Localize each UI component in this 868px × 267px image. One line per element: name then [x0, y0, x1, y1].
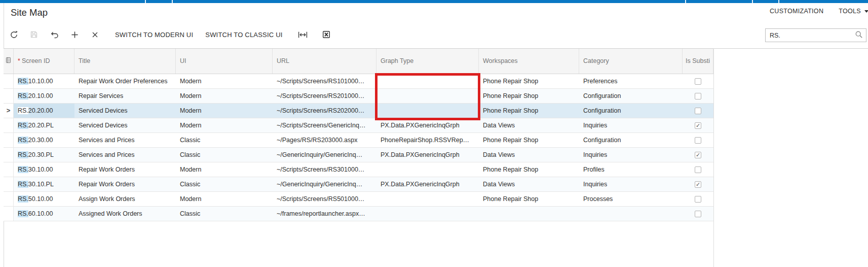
fit-width-button[interactable] [295, 26, 311, 43]
column-header-graph-type[interactable]: Graph Type [376, 49, 479, 74]
cell-title[interactable]: Repair Work Order Preferences [74, 74, 176, 88]
table-row[interactable]: RS.10.10.00 Repair Work Order Preference… [4, 74, 713, 89]
cell-url[interactable]: ~/Scripts/Screens/RS301000… [273, 162, 376, 177]
cell-screen-id[interactable]: RS.30.10.00 [14, 162, 74, 177]
checkbox[interactable] [695, 108, 701, 114]
cell-category[interactable]: Processes [579, 192, 683, 206]
cell-is-substituted[interactable] [683, 104, 713, 118]
checkbox[interactable] [695, 196, 701, 203]
cell-workspaces[interactable]: Data Views [479, 148, 579, 162]
cell-screen-id[interactable]: RS.20.20.00 [14, 104, 74, 118]
column-header-category[interactable]: Category [579, 49, 683, 74]
cell-title[interactable]: Assign Work Orders [74, 192, 176, 206]
cell-url[interactable]: ~/Scripts/Screens/RS202000… [273, 104, 376, 118]
cell-is-substituted[interactable] [683, 89, 713, 103]
cell-is-substituted[interactable] [683, 207, 713, 221]
cell-url[interactable]: ~/Scripts/Screens/RS501000… [273, 192, 376, 206]
cell-title[interactable]: Services and Prices [74, 133, 176, 147]
cell-is-substituted[interactable] [683, 192, 713, 206]
table-row[interactable]: RS.60.10.00 Assigned Work Orders Classic… [4, 207, 713, 221]
cell-url[interactable]: ~/Pages/RS/RS203000.aspx [273, 133, 376, 147]
cell-category[interactable]: Configuration [579, 133, 683, 147]
cell-is-substituted[interactable] [683, 74, 713, 88]
cell-ui[interactable]: Classic [176, 148, 273, 162]
cell-graph-type[interactable]: PhoneRepairShop.RSSVRep… [376, 133, 479, 147]
column-header-is-substituted[interactable]: Is Substi [683, 49, 713, 74]
cell-workspaces[interactable]: Phone Repair Shop [479, 162, 579, 177]
cell-workspaces[interactable] [479, 207, 579, 221]
cell-category[interactable]: Profiles [579, 162, 683, 177]
cell-screen-id[interactable]: RS.50.10.00 [14, 192, 74, 206]
checkbox[interactable] [695, 93, 701, 99]
switch-to-modern-ui-button[interactable]: SWITCH TO MODERN UI [115, 31, 193, 39]
cell-url[interactable]: ~/Scripts/Screens/GenericInq… [273, 118, 376, 132]
cell-graph-type[interactable] [376, 89, 479, 103]
cell-url[interactable]: ~/Scripts/Screens/RS201000… [273, 89, 376, 103]
table-row[interactable]: RS.20.30.PL Services and Prices Classic … [4, 148, 713, 162]
cell-category[interactable]: Configuration [579, 89, 683, 103]
table-row[interactable]: RS.50.10.00 Assign Work Orders Modern ~/… [4, 192, 713, 207]
export-to-excel-button[interactable] [318, 26, 334, 43]
cell-category[interactable]: Configuration [579, 104, 683, 118]
cell-is-substituted[interactable] [683, 148, 713, 162]
table-row[interactable]: RS.30.10.PL Repair Work Orders Classic ~… [4, 177, 713, 192]
column-header-url[interactable]: URL [273, 49, 376, 74]
customization-menu[interactable]: CUSTOMIZATION [770, 8, 823, 15]
cell-workspaces[interactable]: Phone Repair Shop [479, 74, 579, 88]
cell-graph-type[interactable] [376, 207, 479, 221]
cell-url[interactable]: ~/GenericInquiry/GenericInq… [273, 177, 376, 191]
table-row[interactable]: RS.20.10.00 Repair Services Modern ~/Scr… [4, 89, 713, 104]
cell-is-substituted[interactable] [683, 177, 713, 191]
cell-title[interactable]: Repair Services [74, 89, 176, 103]
save-button[interactable] [26, 26, 42, 43]
tools-menu[interactable]: TOOLS [839, 8, 868, 15]
cell-is-substituted[interactable] [683, 118, 713, 132]
cell-workspaces[interactable]: Phone Repair Shop [479, 133, 579, 147]
cell-category[interactable]: Inquiries [579, 118, 683, 132]
cell-ui[interactable]: Classic [176, 133, 273, 147]
table-row[interactable]: RS.30.10.00 Repair Work Orders Modern ~/… [4, 162, 713, 177]
checkbox[interactable] [695, 122, 701, 129]
cell-screen-id[interactable]: RS.60.10.00 [14, 207, 74, 221]
cell-category[interactable]: Preferences [579, 74, 683, 88]
cell-graph-type[interactable]: PX.Data.PXGenericInqGrph [376, 177, 479, 191]
checkbox[interactable] [695, 166, 701, 173]
grid-search-box[interactable] [765, 28, 866, 42]
switch-to-classic-ui-button[interactable]: SWITCH TO CLASSIC UI [205, 31, 282, 39]
cell-category[interactable]: Inquiries [579, 148, 683, 162]
refresh-button[interactable] [6, 26, 22, 43]
checkbox[interactable] [695, 78, 701, 85]
table-row[interactable]: RS.20.20.PL Serviced Devices Modern ~/Sc… [4, 118, 713, 133]
checkbox[interactable] [695, 152, 701, 158]
checkbox[interactable] [695, 211, 701, 217]
column-header-screen-id[interactable]: *Screen ID [14, 49, 74, 74]
cell-ui[interactable]: Modern [176, 118, 273, 132]
cell-category[interactable]: Inquiries [579, 177, 683, 191]
grid-settings-button[interactable] [4, 49, 14, 74]
cell-url[interactable]: ~/Scripts/Screens/RS101000… [273, 74, 376, 88]
cell-workspaces[interactable]: Phone Repair Shop [479, 89, 579, 103]
delete-row-button[interactable] [87, 26, 103, 43]
cell-ui[interactable]: Modern [176, 74, 273, 88]
cell-ui[interactable]: Classic [176, 207, 273, 221]
table-row[interactable]: RS.20.30.00 Services and Prices Classic … [4, 133, 713, 148]
cell-screen-id[interactable]: RS.10.10.00 [14, 74, 74, 88]
cell-workspaces[interactable]: Data Views [479, 177, 579, 191]
cell-workspaces[interactable]: Phone Repair Shop [479, 192, 579, 206]
column-header-title[interactable]: Title [74, 49, 176, 74]
cell-ui[interactable]: Modern [176, 104, 273, 118]
cell-screen-id[interactable]: RS.20.10.00 [14, 89, 74, 103]
search-icon[interactable] [855, 30, 863, 41]
cell-ui[interactable]: Modern [176, 162, 273, 177]
cell-graph-type[interactable]: PX.Data.PXGenericInqGrph [376, 118, 479, 132]
cell-url[interactable]: ~/frames/reportlauncher.aspx… [273, 207, 376, 221]
cell-ui[interactable]: Modern [176, 89, 273, 103]
checkbox[interactable] [695, 137, 701, 144]
cell-is-substituted[interactable] [683, 162, 713, 177]
cell-graph-type[interactable] [376, 104, 479, 118]
table-row-selected[interactable]: RS.20.20.00 Serviced Devices Modern ~/Sc… [4, 104, 713, 118]
cell-graph-type[interactable]: PX.Data.PXGenericInqGrph [376, 148, 479, 162]
cell-graph-type[interactable] [376, 74, 479, 88]
column-header-ui[interactable]: UI [176, 49, 273, 74]
cell-graph-type[interactable] [376, 162, 479, 177]
